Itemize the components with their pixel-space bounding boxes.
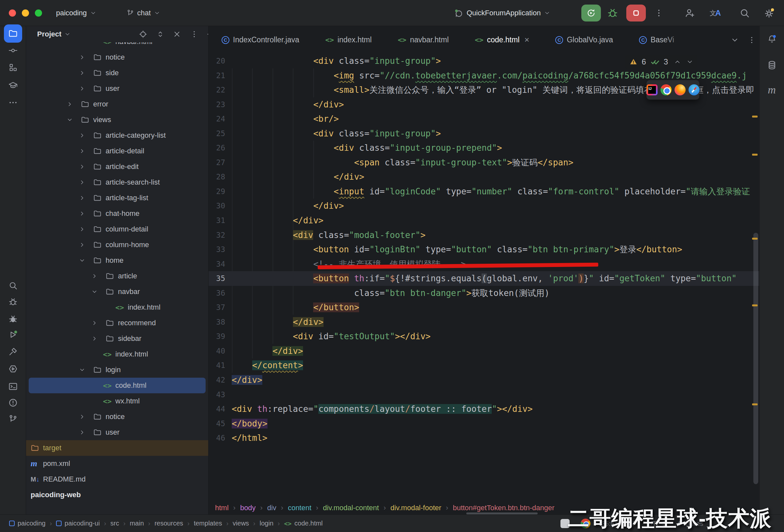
chevron-right-icon[interactable]: [79, 85, 93, 92]
tree-item-target[interactable]: target: [26, 440, 208, 456]
tree-item-column-home[interactable]: column-home: [26, 237, 208, 253]
chevron-right-icon[interactable]: [91, 273, 106, 279]
chevron-right-icon[interactable]: [91, 320, 106, 326]
tree-item-column-detail[interactable]: column-detail: [26, 221, 208, 237]
minimize-window-button[interactable]: [22, 9, 29, 17]
tree-item-user[interactable]: user: [26, 424, 208, 440]
panel-options-kebab-icon[interactable]: [190, 30, 198, 38]
code-line-45[interactable]: 45</body>: [208, 416, 759, 431]
chrome-icon[interactable]: [661, 84, 672, 95]
code-line-39[interactable]: 39 <div id="testOutput"></div>: [208, 329, 759, 344]
tree-item-navbar.html[interactable]: <>navbar.html: [26, 42, 208, 50]
code-line-25[interactable]: 25 <div class="input-group">: [208, 126, 759, 141]
breadcrumb-html[interactable]: html: [215, 504, 229, 512]
breadcrumb-body[interactable]: body: [240, 504, 256, 512]
status-path-paicoding-ui[interactable]: paicoding-ui: [56, 520, 100, 527]
chevron-right-icon[interactable]: [79, 54, 93, 61]
tree-item-article-category-list[interactable]: article-category-list: [26, 128, 208, 143]
code-line-37[interactable]: 37 </button>: [208, 300, 759, 315]
locate-file-icon[interactable]: [139, 30, 147, 38]
tree-item-side[interactable]: side: [26, 65, 208, 81]
tree-item-sidebar[interactable]: sidebar: [26, 331, 208, 347]
status-path-templates[interactable]: templates: [194, 520, 222, 527]
breadcrumb-div.modal-content[interactable]: div.modal-content: [323, 504, 379, 512]
debug-icon[interactable]: [8, 297, 18, 307]
breadcrumb-button#getToken.btn.btn-danger[interactable]: button#getToken.btn.btn-danger: [453, 504, 555, 512]
code-line-31[interactable]: 31 </div>: [208, 213, 759, 228]
tree-item-code.html[interactable]: <>code.html: [29, 378, 205, 393]
code-line-41[interactable]: 41 </content>: [208, 358, 759, 373]
chevron-right-icon[interactable]: [79, 195, 93, 201]
code-line-26[interactable]: 26 <div class="input-group-prepend">: [208, 141, 759, 155]
tree-item-chat-home[interactable]: chat-home: [26, 206, 208, 221]
add-user-icon[interactable]: [684, 0, 695, 26]
tree-item-article[interactable]: article: [26, 268, 208, 284]
profiler-icon[interactable]: [8, 314, 18, 324]
tab-index.html[interactable]: <>index.html: [312, 26, 385, 54]
tree-item-article-detail[interactable]: article-detail: [26, 143, 208, 159]
tree-item-article-edit[interactable]: article-edit: [26, 159, 208, 175]
chevron-down-icon[interactable]: [91, 289, 106, 295]
safari-icon[interactable]: [689, 84, 700, 95]
next-problem-chevron-icon[interactable]: [686, 58, 693, 65]
status-path-resources[interactable]: resources: [155, 520, 183, 527]
breadcrumb-div[interactable]: div: [267, 504, 276, 512]
more-tools-icon[interactable]: [8, 98, 18, 108]
code-line-29[interactable]: 29 <input id="loginCode" type="number" c…: [208, 184, 759, 199]
tree-item-home[interactable]: home: [26, 253, 208, 268]
editor-scrollbar-thumb[interactable]: [753, 233, 758, 484]
code-line-36[interactable]: 36 class="btn btn-danger">获取token(测试用): [208, 286, 759, 300]
close-tab-icon[interactable]: ×: [524, 35, 529, 45]
chevron-right-icon[interactable]: [66, 101, 81, 108]
code-line-28[interactable]: 28 </div>: [208, 170, 759, 184]
structure-icon[interactable]: [8, 62, 18, 72]
tab-navbar.html[interactable]: <>navbar.html: [385, 26, 462, 54]
translate-icon[interactable]: 文A: [710, 0, 721, 26]
commit-icon[interactable]: [8, 46, 18, 55]
project-switcher[interactable]: paicoding: [56, 0, 96, 26]
run-configuration-name[interactable]: QuickForumApplication: [467, 9, 540, 17]
tab-IndexController.java[interactable]: CIndexController.java: [208, 26, 312, 54]
tree-item-paicoding-web[interactable]: paicoding-web: [26, 487, 208, 503]
chevron-right-icon[interactable]: [79, 70, 93, 76]
chevron-right-icon[interactable]: [79, 132, 93, 139]
chevron-right-icon[interactable]: [79, 242, 93, 248]
tree-item-wx.html[interactable]: <>wx.html: [26, 393, 208, 409]
chevron-right-icon[interactable]: [79, 164, 93, 170]
tab-BaseVi[interactable]: CBaseVi: [626, 26, 687, 54]
tree-item-article-tag-list[interactable]: article-tag-list: [26, 190, 208, 206]
code-viewport[interactable]: 20 <div class="input-group">21 <img src=…: [208, 54, 759, 447]
intellij-idea-icon[interactable]: [646, 84, 657, 95]
tab-GlobalVo.java[interactable]: CGlobalVo.java: [542, 26, 626, 54]
close-window-button[interactable]: [9, 9, 16, 17]
project-folder-icon[interactable]: [4, 24, 22, 43]
code-line-46[interactable]: 46</html>: [208, 431, 759, 445]
prev-problem-chevron-icon[interactable]: [674, 58, 681, 65]
chevron-down-icon[interactable]: [66, 117, 81, 123]
status-path-code.html[interactable]: <>code.html: [284, 520, 323, 527]
tree-item-article-search-list[interactable]: article-search-list: [26, 175, 208, 190]
tree-item-index.html[interactable]: <>index.html: [26, 347, 208, 362]
debug-button[interactable]: [607, 0, 618, 26]
chevron-down-icon[interactable]: [79, 366, 93, 373]
search-icon[interactable]: [739, 0, 750, 26]
learn-icon[interactable]: [8, 81, 18, 90]
stop-button[interactable]: [626, 5, 646, 22]
more-kebab-icon[interactable]: [654, 0, 664, 26]
chevron-right-icon[interactable]: [79, 226, 93, 233]
chevron-right-icon[interactable]: [79, 148, 93, 154]
chevron-right-icon[interactable]: [91, 335, 106, 342]
rerun-button[interactable]: [581, 5, 601, 22]
services-icon[interactable]: [8, 364, 18, 374]
run-icon[interactable]: [8, 330, 18, 339]
tree-item-index.html[interactable]: <>index.html: [26, 299, 208, 315]
code-line-24[interactable]: 24 <br/>: [208, 112, 759, 126]
terminal-icon[interactable]: [8, 382, 18, 391]
settings-gear-icon[interactable]: [763, 0, 775, 26]
inspection-widget[interactable]: 6 3: [625, 55, 697, 69]
version-control-icon[interactable]: [8, 414, 18, 424]
expand-collapse-icon[interactable]: [156, 30, 165, 38]
code-line-27[interactable]: 27 <span class="input-group-text">验证码</s…: [208, 155, 759, 170]
tree-item-user[interactable]: user: [26, 81, 208, 96]
tree-item-login[interactable]: login: [26, 362, 208, 378]
